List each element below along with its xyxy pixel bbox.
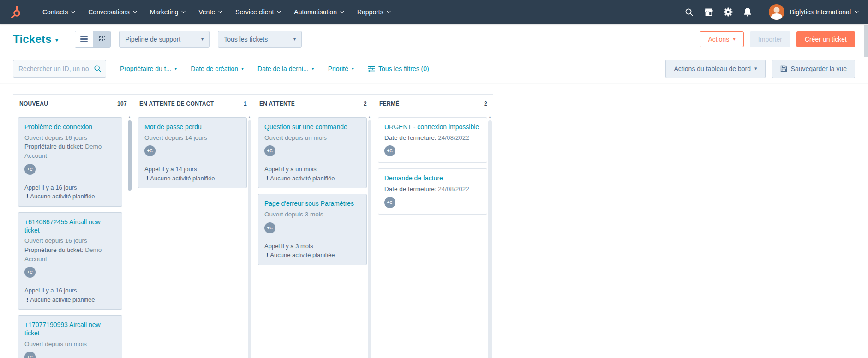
- chevron-down-icon: [387, 11, 391, 13]
- column-scrollbar-thumb[interactable]: [488, 120, 492, 358]
- scroll-up-arrow-icon[interactable]: ▲: [248, 115, 251, 119]
- caret-down-icon: ▾: [312, 66, 314, 71]
- no-activity-warning: Aucune activité planifiée: [30, 193, 95, 200]
- column-scrollbar-thumb[interactable]: [248, 120, 251, 358]
- nav-item-service-client[interactable]: Service client: [229, 0, 287, 24]
- ticket-title-link[interactable]: Problème de connexion: [24, 123, 116, 131]
- column-scrollbar-thumb[interactable]: [128, 120, 132, 191]
- scroll-up-arrow-icon[interactable]: ▲: [488, 115, 491, 119]
- nav-item-label: Vente: [198, 8, 215, 16]
- filter-bar: Propriétaire du t... ▾ Date de création …: [0, 54, 868, 83]
- column-header: FERMÉ 2: [373, 95, 493, 113]
- ticket-card[interactable]: Mot de passe perdu Ouvert depuis 14 jour…: [138, 117, 247, 188]
- card-divider: [144, 161, 240, 161]
- contact-avatar-badge[interactable]: +C: [264, 222, 275, 233]
- actions-button[interactable]: Actions ▾: [700, 31, 743, 47]
- chevron-down-icon: [340, 11, 344, 13]
- ticket-title-link[interactable]: URGENT - connexion impossible: [384, 123, 481, 131]
- list-view-button[interactable]: [75, 31, 93, 47]
- column-scrollbar[interactable]: ▲: [487, 115, 492, 358]
- marketplace-icon[interactable]: [699, 0, 718, 24]
- nav-item-contacts[interactable]: Contacts: [36, 0, 82, 24]
- contact-avatar-badge[interactable]: +C: [144, 145, 156, 156]
- pipeline-select[interactable]: Pipeline de support ▾: [119, 31, 210, 48]
- ticket-card[interactable]: Problème de connexion Ouvert depuis 16 j…: [18, 117, 122, 207]
- card-footer: Appel il y a 16 jours !Aucune activité p…: [24, 286, 116, 304]
- column-body: Question sur une commande Ouvert depuis …: [253, 113, 373, 358]
- ticket-title-link[interactable]: Demande de facture: [384, 174, 481, 183]
- user-avatar[interactable]: [769, 4, 784, 20]
- scroll-up-arrow-icon[interactable]: ▲: [128, 115, 131, 119]
- page-title[interactable]: Tickets ▾: [13, 33, 58, 46]
- contact-avatar-badge[interactable]: +C: [24, 164, 36, 175]
- ticket-card[interactable]: +17077190993 Aircall new ticket Ouvert d…: [18, 315, 122, 358]
- nav-divider: [763, 6, 763, 18]
- ticket-search: [13, 60, 106, 78]
- card-divider: [24, 282, 116, 282]
- ticket-card[interactable]: Question sur une commande Ouvert depuis …: [258, 117, 367, 188]
- ticket-card[interactable]: Demande de facture Date de fermeture: 24…: [378, 168, 487, 214]
- contact-avatar-badge[interactable]: +C: [24, 352, 36, 358]
- pipeline-select-value: Pipeline de support: [125, 36, 180, 43]
- ticket-title-link[interactable]: Page d'erreur sous Paramètres: [264, 200, 360, 208]
- filter-last-activity-date[interactable]: Date de la derni... ▾: [257, 65, 314, 72]
- ticket-title-link[interactable]: +17077190993 Aircall new ticket: [24, 321, 116, 338]
- filter-create-date[interactable]: Date de création ▾: [191, 65, 244, 72]
- ticket-meta-lines: Ouvert depuis 14 jours: [144, 133, 240, 143]
- save-view-label: Sauvegarder la vue: [791, 65, 847, 72]
- caret-down-icon: ▾: [241, 66, 244, 71]
- column-scrollbar-thumb[interactable]: [368, 120, 371, 358]
- search-icon[interactable]: [94, 65, 102, 72]
- notifications-bell-icon[interactable]: [738, 0, 757, 24]
- filter-ticket-owner[interactable]: Propriétaire du t... ▾: [120, 65, 177, 72]
- nav-item-vente[interactable]: Vente: [192, 0, 229, 24]
- column-header: EN ATTENTE 2: [253, 95, 373, 113]
- ticket-meta-line: Ouvert depuis 16 jours: [24, 133, 116, 143]
- board-column: EN ATTENTE DE CONTACT 1 Mot de passe per…: [133, 95, 253, 358]
- ticket-meta-lines: Date de fermeture: 24/08/2022: [384, 185, 481, 194]
- ticket-title-link[interactable]: +61408672455 Aircall new ticket: [24, 218, 116, 235]
- nav-item-marketing[interactable]: Marketing: [144, 0, 192, 24]
- board-actions-button[interactable]: Actions du tableau de bord ▾: [665, 60, 765, 78]
- save-view-button[interactable]: Sauvegarder la vue: [772, 60, 855, 78]
- nav-item-conversations[interactable]: Conversations: [82, 0, 144, 24]
- nav-item-automatisation[interactable]: Automatisation: [287, 0, 351, 24]
- page-scrollbar-thumb[interactable]: [864, 25, 868, 57]
- ticket-meta-lines: Ouvert depuis 16 joursPropriétaire du ti…: [24, 236, 116, 263]
- column-scrollbar[interactable]: ▲: [127, 115, 132, 358]
- search-icon[interactable]: [680, 0, 699, 24]
- create-ticket-button[interactable]: Créer un ticket: [796, 31, 855, 47]
- contact-avatar-badge[interactable]: +C: [264, 145, 275, 156]
- settings-gear-icon[interactable]: [718, 0, 738, 24]
- contact-avatar-badge[interactable]: +C: [384, 197, 395, 208]
- warning-exclamation-icon: !: [26, 296, 28, 303]
- account-switcher[interactable]: Biglytics International: [790, 8, 859, 16]
- ticket-card[interactable]: +61408672455 Aircall new ticket Ouvert d…: [18, 212, 122, 310]
- chevron-down-icon: [277, 11, 281, 13]
- search-input[interactable]: [13, 60, 106, 78]
- all-filters-button[interactable]: Tous les filtres (0): [368, 65, 429, 72]
- ticket-last-activity: Appel il y a 16 jours: [24, 286, 116, 295]
- filter-label: Propriétaire du t...: [120, 65, 171, 72]
- no-activity-warning-row: !Aucune activité planifiée: [24, 295, 116, 304]
- ticket-card[interactable]: URGENT - connexion impossible Date de fe…: [378, 117, 487, 163]
- hubspot-logo-icon[interactable]: [8, 5, 22, 19]
- ticket-card[interactable]: Page d'erreur sous Paramètres Ouvert dep…: [258, 194, 367, 265]
- ticket-title-link[interactable]: Question sur une commande: [264, 123, 360, 131]
- board: NOUVEAU 107 Problème de connexion Ouvert…: [13, 94, 493, 358]
- filter-priority[interactable]: Priorité ▾: [328, 65, 354, 72]
- import-button[interactable]: Importer: [750, 31, 790, 47]
- scroll-up-arrow-icon[interactable]: ▲: [368, 115, 371, 119]
- column-scrollbar[interactable]: ▲: [367, 115, 372, 358]
- no-activity-warning: Aucune activité planifiée: [270, 175, 335, 182]
- ticket-view-select[interactable]: Tous les tickets ▾: [218, 31, 302, 48]
- contact-avatar-badge[interactable]: +C: [24, 267, 36, 278]
- column-scrollbar[interactable]: ▲: [247, 115, 252, 358]
- caret-down-icon: ▾: [55, 37, 59, 43]
- ticket-title-link[interactable]: Mot de passe perdu: [144, 123, 240, 131]
- nav-item-label: Contacts: [42, 8, 68, 16]
- warning-exclamation-icon: !: [266, 175, 268, 182]
- contact-avatar-badge[interactable]: +C: [384, 145, 395, 156]
- board-view-button[interactable]: [93, 31, 110, 47]
- nav-item-rapports[interactable]: Rapports: [351, 0, 397, 24]
